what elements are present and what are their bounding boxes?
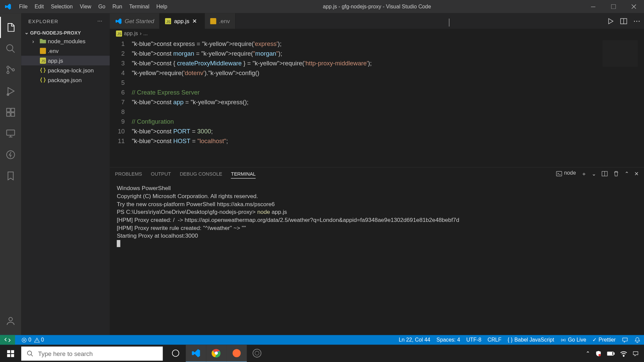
tab-env[interactable]: .env [205,13,236,29]
file-label: .env [48,48,58,54]
source-control-icon[interactable] [0,59,21,80]
taskbar-postman[interactable] [226,345,247,362]
panel-tab-terminal[interactable]: TERMINAL [231,171,256,178]
json-file-icon [38,77,48,83]
remote-indicator[interactable] [0,335,15,345]
menu-view[interactable]: View [76,4,95,10]
status-warnings[interactable]: 0 [34,337,44,343]
status-encoding[interactable]: UTF-8 [466,337,481,343]
tab-app-js[interactable]: JS app.js ✕ [160,13,205,29]
status-cursor-position[interactable]: Ln 22, Col 44 [399,337,430,343]
svg-point-41 [598,354,601,356]
code-content[interactable]: "k-blue">const express = "k-yellow">requ… [132,39,644,167]
status-feedback-icon[interactable] [622,337,628,343]
status-errors[interactable]: 0 [21,337,31,343]
status-notifications-icon[interactable] [634,337,640,343]
file-env[interactable]: .env [21,46,110,56]
chevron-right-icon: › [140,31,142,37]
panel-tab-problems[interactable]: PROBLEMS [115,171,142,178]
tray-security-icon[interactable] [595,351,601,357]
status-prettier[interactable]: ✓ Prettier [592,337,615,343]
js-file-icon: JS [165,18,171,24]
chevron-down-icon: ⌄ [23,29,30,35]
title-bar: File Edit Selection View Go Run Terminal… [0,0,644,13]
search-icon[interactable] [0,38,21,59]
terminal-shell-indicator[interactable]: node [556,170,576,179]
status-go-live[interactable]: Go Live [560,337,586,343]
menu-edit[interactable]: Edit [31,4,47,10]
taskbar-vscode[interactable] [186,345,206,362]
taskbar-chrome[interactable] [206,345,227,362]
file-app-js[interactable]: JS app.js [21,56,110,65]
tray-action-center-icon[interactable] [633,351,639,357]
menu-help[interactable]: Help [153,4,171,10]
menu-selection[interactable]: Selection [47,4,76,10]
extensions-icon[interactable] [0,102,21,123]
taskbar-search[interactable]: Type here to search [21,347,163,361]
taskbar-obs[interactable] [247,345,267,362]
text-cursor [449,18,449,26]
svg-point-3 [7,66,9,68]
panel-tab-debug-console[interactable]: DEBUG CONSOLE [180,171,222,178]
menu-run[interactable]: Run [109,4,126,10]
terminal-output[interactable]: Windows PowerShellCopyright (C) Microsof… [110,182,644,353]
task-view-button[interactable] [165,345,186,362]
breadcrumb[interactable]: JS app.js › ... [110,29,644,39]
svg-point-35 [172,350,179,357]
status-language[interactable]: { } Babel JavaScript [507,337,554,343]
svg-point-12 [7,151,15,159]
explorer-icon[interactable] [0,17,21,38]
split-editor-icon[interactable] [620,17,627,24]
maximize-button[interactable] [603,0,624,13]
remote-explorer-icon[interactable] [0,123,21,144]
status-indentation[interactable]: Spaces: 4 [436,337,460,343]
editor-area: Get Started JS app.js ✕ .env ⋯ JS app.js… [110,13,644,353]
split-terminal-icon[interactable] [601,171,607,179]
close-panel-icon[interactable]: ✕ [634,171,639,179]
window-title: app.js - gfg-nodejs-proxy - Visual Studi… [171,4,583,10]
minimize-button[interactable] [583,0,603,13]
file-tree: › node_modules .env JS app.js package-lo… [21,36,110,85]
tray-chevron-icon[interactable]: ⌃ [586,351,590,357]
menu-file[interactable]: File [15,4,31,10]
more-actions-icon[interactable]: ⋯ [633,17,640,25]
file-package-lock[interactable]: package-lock.json [21,65,110,75]
start-button[interactable] [0,345,21,362]
menu-terminal[interactable]: Terminal [126,4,153,10]
maximize-panel-icon[interactable]: ⌃ [625,171,629,179]
panel-tab-output[interactable]: OUTPUT [151,171,171,178]
code-editor[interactable]: 1234567891011 "k-blue">const express = "… [110,39,644,167]
svg-rect-7 [7,108,10,112]
file-label: node_modules [48,38,85,45]
minimap[interactable] [602,40,638,67]
svg-rect-0 [591,6,595,7]
run-debug-icon[interactable] [0,80,21,102]
menu-go[interactable]: Go [95,4,109,10]
run-file-icon[interactable] [607,17,614,24]
svg-text:JS: JS [41,59,45,63]
explorer-more-icon[interactable]: ⋯ [97,18,103,24]
kill-terminal-icon[interactable] [613,171,619,179]
svg-point-39 [253,349,261,357]
json-file-icon [38,67,48,73]
system-tray[interactable]: ⌃ [586,351,644,357]
thunder-client-icon[interactable] [0,144,21,165]
tab-get-started[interactable]: Get Started [110,13,160,29]
terminal-dropdown-icon[interactable]: ⌄ [592,171,596,179]
file-package-json[interactable]: package.json [21,75,110,85]
svg-rect-31 [11,350,14,353]
project-name: GFG-NODEJS-PROXY [30,30,81,35]
close-tab-icon[interactable]: ✕ [192,18,199,24]
tray-battery-icon[interactable] [607,351,615,356]
bookmarks-icon[interactable] [0,165,21,186]
status-eol[interactable]: CRLF [487,337,501,343]
folder-node-modules[interactable]: › node_modules [21,36,110,46]
new-terminal-icon[interactable]: ＋ [581,170,587,179]
project-header[interactable]: ⌄ GFG-NODEJS-PROXY [21,29,110,36]
close-button[interactable] [624,0,644,13]
status-bar: 0 0 Ln 22, Col 44 Spaces: 4 UTF-8 CRLF {… [0,335,644,345]
tray-wifi-icon[interactable] [620,351,627,357]
svg-rect-10 [11,108,15,112]
accounts-icon[interactable] [0,310,21,331]
svg-rect-30 [7,350,10,353]
